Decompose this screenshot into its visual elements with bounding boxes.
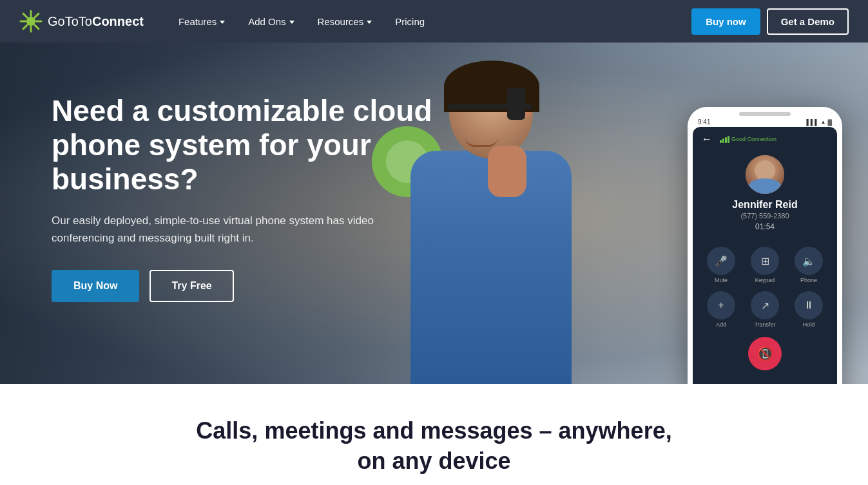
logo-text: GoToToConnect	[48, 14, 144, 29]
chevron-down-icon	[289, 21, 294, 24]
hero-section: Need a customizable cloud phone system f…	[0, 43, 868, 384]
svg-line-6	[35, 25, 39, 29]
hero-buttons: Buy Now Try Free	[52, 270, 438, 302]
transfer-button[interactable]: ↗ Transfer	[746, 291, 784, 328]
end-call-button[interactable]: 📵	[748, 337, 782, 370]
logo-icon	[19, 10, 43, 33]
mute-icon: 🎤	[715, 255, 728, 267]
chevron-down-icon	[367, 21, 372, 24]
nav-resources[interactable]: Resources	[309, 11, 381, 32]
contact-name: Jennifer Reid	[732, 199, 797, 211]
chevron-down-icon	[220, 21, 225, 24]
add-icon: +	[718, 300, 724, 311]
hero-try-free-button[interactable]: Try Free	[149, 270, 233, 302]
navbar: GoToToConnect Features Add Ons Resources…	[0, 0, 868, 43]
phone-call-header: ← Good Connection	[693, 127, 837, 149]
call-timer: 01:54	[755, 222, 775, 231]
phone-mockup: 9:41 ▌▌▌ ▲ ▓ ← Good Connection	[688, 107, 842, 384]
nav-features[interactable]: Features	[169, 11, 234, 32]
phone-controls-row2: + Add ↗ Transfer ⏸ Hold	[693, 287, 837, 332]
contact-avatar	[746, 155, 784, 194]
keypad-button[interactable]: ⊞ Keypad	[746, 247, 784, 283]
speaker-icon: 🔈	[802, 255, 815, 267]
phone-controls-row1: 🎤 Mute ⊞ Keypad 🔈 Phone	[693, 236, 837, 287]
signal-bars-icon	[720, 136, 729, 143]
back-arrow-icon[interactable]: ←	[702, 133, 712, 145]
logo[interactable]: GoToToConnect	[19, 10, 144, 33]
get-demo-button[interactable]: Get a Demo	[767, 8, 849, 35]
svg-line-7	[35, 14, 39, 17]
phone-screen: ← Good Connection	[693, 127, 837, 384]
hero-content: Need a customizable cloud phone system f…	[52, 94, 438, 302]
hero-buy-now-button[interactable]: Buy Now	[52, 270, 139, 302]
end-call-area: 📵	[693, 337, 837, 370]
phone-time: 9:41	[698, 119, 710, 126]
nav-links: Features Add Ons Resources Pricing	[169, 11, 691, 32]
battery-icon: ▓	[827, 119, 832, 126]
buy-now-button[interactable]: Buy now	[691, 8, 760, 35]
phone-connection-status: Good Connection	[720, 136, 776, 143]
mute-button[interactable]: 🎤 Mute	[702, 247, 740, 283]
hold-button[interactable]: ⏸ Hold	[789, 291, 828, 328]
speaker-button[interactable]: 🔈 Phone	[789, 247, 828, 283]
end-call-icon: 📵	[757, 346, 773, 361]
svg-line-5	[23, 14, 27, 17]
hero-headline: Need a customizable cloud phone system f…	[52, 94, 438, 196]
keypad-icon: ⊞	[761, 255, 769, 267]
phone-contact-area: Jennifer Reid (577) 559-2380 01:54	[693, 149, 837, 236]
contact-number: (577) 559-2380	[740, 212, 789, 220]
bottom-headline: Calls, meetings and messages – anywhere,…	[13, 416, 855, 477]
phone-status-icons: ▌▌▌ ▲ ▓	[806, 119, 832, 126]
bottom-section: Calls, meetings and messages – anywhere,…	[0, 384, 868, 485]
transfer-icon: ↗	[761, 300, 769, 312]
hold-icon: ⏸	[804, 300, 814, 311]
add-button[interactable]: + Add	[702, 291, 740, 328]
signal-icon: ▌▌▌	[806, 119, 818, 126]
nav-addons[interactable]: Add Ons	[239, 11, 303, 32]
hero-subtext: Our easily deployed, simple-to-use virtu…	[52, 212, 387, 247]
nav-pricing[interactable]: Pricing	[386, 11, 434, 32]
phone-status-bar: 9:41 ▌▌▌ ▲ ▓	[688, 116, 842, 127]
svg-line-8	[23, 25, 27, 29]
wifi-icon: ▲	[821, 119, 826, 125]
nav-cta: Buy now Get a Demo	[691, 8, 849, 35]
